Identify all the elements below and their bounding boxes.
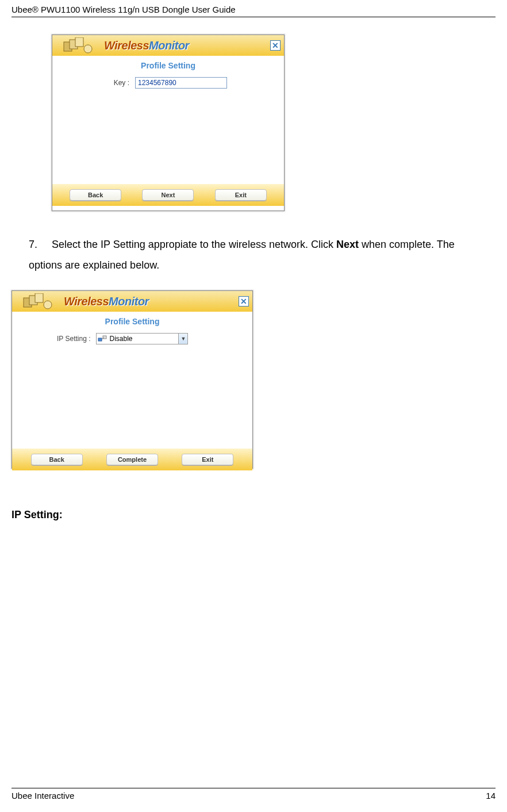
- back-button[interactable]: Back: [31, 454, 83, 465]
- button-bar: Back Complete Exit: [12, 449, 252, 470]
- close-icon[interactable]: ✕: [239, 296, 249, 307]
- page-number: 14: [486, 791, 496, 800]
- close-icon[interactable]: ✕: [270, 40, 281, 51]
- page-header: Ubee® PWU1100 Wireless 11g/n USB Dongle …: [11, 0, 496, 17]
- ip-setting-heading: IP Setting:: [11, 509, 496, 521]
- app-title: WirelessMonitor: [64, 295, 149, 308]
- next-button[interactable]: Next: [142, 189, 194, 201]
- svg-point-3: [84, 45, 92, 53]
- complete-button[interactable]: Complete: [106, 454, 158, 465]
- key-input[interactable]: [135, 77, 227, 89]
- page-footer: Ubee Interactive 14: [11, 788, 496, 800]
- app-title: WirelessMonitor: [104, 39, 189, 52]
- app-logo-icon: [22, 293, 56, 309]
- exit-button[interactable]: Exit: [215, 189, 267, 201]
- wireless-monitor-window-ip: WirelessMonitor ✕ Profile Setting IP Set…: [11, 290, 253, 469]
- titlebar: WirelessMonitor ✕: [52, 35, 284, 56]
- titlebar: WirelessMonitor ✕: [12, 291, 252, 312]
- svg-rect-8: [98, 338, 102, 341]
- app-logo-icon: [63, 37, 96, 53]
- step-text-bold: Next: [336, 239, 359, 250]
- window-body: Profile Setting Key :: [52, 56, 284, 184]
- profile-setting-subtitle: Profile Setting: [141, 61, 195, 70]
- ip-setting-label: IP Setting :: [57, 335, 90, 343]
- key-label: Key :: [97, 79, 129, 87]
- exit-button[interactable]: Exit: [182, 454, 233, 465]
- svg-rect-6: [35, 293, 43, 302]
- ip-setting-select[interactable]: Disable ▼: [96, 333, 188, 344]
- instruction-step-7: 7.Select the IP Setting appropiate to th…: [29, 234, 473, 275]
- profile-setting-subtitle: Profile Setting: [105, 317, 160, 326]
- window-body: Profile Setting IP Setting : Disable ▼: [12, 312, 252, 449]
- network-icon: [98, 335, 107, 343]
- button-bar: Back Next Exit: [52, 184, 284, 206]
- step-number: 7.: [29, 234, 52, 255]
- chevron-down-icon[interactable]: ▼: [178, 334, 187, 344]
- wireless-monitor-window-key: WirelessMonitor ✕ Profile Setting Key : …: [52, 35, 285, 211]
- footer-company: Ubee Interactive: [11, 791, 74, 800]
- svg-rect-2: [75, 37, 83, 47]
- back-button[interactable]: Back: [70, 189, 121, 201]
- ip-setting-value: Disable: [109, 335, 178, 343]
- svg-point-7: [44, 301, 52, 309]
- step-text-1: Select the IP Setting appropiate to the …: [52, 239, 336, 250]
